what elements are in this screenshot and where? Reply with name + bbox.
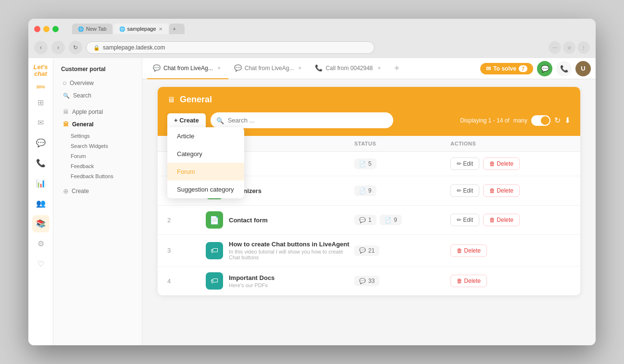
sidebar-item-search[interactable]: 🔍 Search	[59, 90, 136, 101]
sidebar-item-search-widgets[interactable]: Search Widgets	[67, 141, 136, 151]
back-button[interactable]: ‹	[34, 41, 48, 54]
to-solve-button[interactable]: ✉ To solve 7	[480, 63, 533, 74]
status-badge-0: 📄 5	[354, 158, 376, 169]
sidebar-item-overview[interactable]: Overview	[59, 77, 136, 89]
top-tabs-right: ✉ To solve 7 💬 📞 U	[480, 61, 591, 76]
sidebar-icon-chart[interactable]: 📊	[32, 175, 50, 192]
tab-close-icon[interactable]: ✕	[159, 26, 162, 32]
sidebar-icon-settings[interactable]: ⚙	[32, 235, 50, 253]
extensions-icon[interactable]: ⋯	[549, 41, 561, 54]
item-title-3: How to create Chat buttons in LiveAgent	[229, 241, 354, 248]
status-count-1: 9	[368, 187, 372, 194]
col-status: Status	[354, 141, 450, 146]
browser-tab-1[interactable]: 🌐 New Tab	[72, 24, 112, 34]
action-buttons-2: ✏ Edit 🗑 Delete	[450, 214, 571, 226]
add-tab-button[interactable]: +	[390, 62, 404, 75]
doc-icon-1: 📄	[359, 188, 366, 194]
search-input[interactable]	[211, 112, 393, 128]
action-buttons-0: ✏ Edit 🗑 Delete	[450, 158, 571, 170]
chat-icon: 💬	[153, 64, 161, 72]
sidebar-icon-dashboard[interactable]: ⊞	[32, 94, 50, 111]
delete-button-1[interactable]: 🗑 Delete	[483, 184, 520, 197]
delete-button-0[interactable]: 🗑 Delete	[483, 158, 520, 170]
item-title-4: Important Docs	[229, 274, 275, 281]
traffic-lights	[34, 26, 59, 32]
item-text-2: Contact form	[229, 217, 268, 224]
status-count-0: 5	[368, 160, 372, 167]
sidebar-item-apple-portal[interactable]: 🏛 Apple portal	[59, 106, 136, 118]
building-icon-2: 🏛	[63, 121, 69, 128]
display-toggle[interactable]	[531, 115, 550, 126]
refresh-icon[interactable]: ↻	[554, 116, 561, 125]
minimize-button[interactable]	[43, 26, 50, 32]
tab-close-1[interactable]: ✕	[216, 65, 223, 72]
sidebar-icon-mail[interactable]: ✉	[32, 114, 50, 132]
green-chat-button[interactable]: 💬	[537, 61, 552, 76]
sidebar-item-settings[interactable]: Settings	[67, 131, 136, 141]
section-wrapper: 🖥 General + Create Article	[158, 87, 580, 295]
progress-indicator: 30%	[36, 85, 45, 89]
app-tab-chat-2[interactable]: 💬 Chat from LiveAg... ✕	[228, 58, 310, 79]
delete-button-2[interactable]: 🗑 Delete	[483, 214, 520, 226]
menu-icon[interactable]: ⋮	[577, 41, 590, 54]
edit-button-0[interactable]: ✏ Edit	[450, 158, 479, 170]
sidebar-icon-chat[interactable]: 💬	[32, 134, 50, 152]
table-row: 3 🏷 How to create Chat buttons in LiveAg…	[158, 235, 580, 267]
icon-sidebar: Let's chat 30% ⊞ ✉ 💬 📞 📊 👥 📚 ⚙ ♡	[28, 58, 53, 345]
item-icon-4: 🏷	[206, 272, 223, 290]
tab-label-3: Call from 0042948	[325, 65, 373, 72]
sidebar-overview-label: Overview	[70, 80, 94, 86]
dropdown-item-forum[interactable]: Forum	[167, 163, 244, 181]
tab-label-2: Chat from LiveAg...	[245, 65, 294, 72]
sidebar-icon-people[interactable]: 👥	[32, 195, 50, 212]
tab-close-2[interactable]: ✕	[297, 65, 303, 72]
status-count-2: 9	[394, 217, 397, 223]
close-button[interactable]	[34, 26, 40, 32]
status-count-4: 33	[368, 278, 374, 284]
sidebar-create-button[interactable]: ⊕ Create	[59, 185, 136, 197]
dropdown-item-article[interactable]: Article	[167, 127, 244, 145]
app-tab-chat-1[interactable]: 💬 Chat from LiveAg... ✕	[147, 58, 228, 79]
edit-button-1[interactable]: ✏ Edit	[450, 184, 479, 197]
forward-button[interactable]: ›	[51, 41, 65, 54]
status-0: 📄 5	[354, 158, 450, 169]
bookmark-icon[interactable]: ☆	[563, 41, 575, 54]
main-sidebar: Customer portal Overview 🔍 Search 🏛 Appl…	[53, 58, 142, 345]
sidebar-item-feedback-buttons[interactable]: Feedback Buttons	[67, 171, 136, 181]
status-1: 📄 9	[354, 185, 450, 196]
app-tab-call[interactable]: 📞 Call from 0042948 ✕	[309, 58, 388, 79]
sidebar-icon-phone[interactable]: 📞	[32, 155, 50, 172]
sidebar-item-forum[interactable]: Forum	[67, 151, 136, 161]
filter-icon[interactable]: ⬇	[564, 116, 571, 125]
create-button[interactable]: + Create	[167, 113, 206, 127]
maximize-button[interactable]	[52, 26, 59, 32]
dropdown-item-category[interactable]: Category	[167, 145, 244, 163]
delete-button-4[interactable]: 🗑 Delete	[450, 275, 487, 287]
chat-icon-2: 💬	[234, 64, 242, 72]
delete-button-3[interactable]: 🗑 Delete	[450, 244, 487, 257]
status-badge-1: 📄 9	[354, 185, 376, 196]
browser-tab-new[interactable]: +	[169, 24, 185, 34]
edit-button-2[interactable]: ✏ Edit	[450, 214, 479, 226]
address-bar[interactable]: 🔒 samplepage.ladesk.com	[86, 41, 374, 54]
sidebar-item-feedback[interactable]: Feedback	[67, 161, 136, 171]
tab-close-3[interactable]: ✕	[376, 65, 383, 72]
status-4: 💬 33	[354, 276, 450, 286]
reload-button[interactable]: ↻	[69, 41, 82, 54]
tab-label-1: Chat from LiveAg...	[163, 65, 213, 72]
phone-button[interactable]: 📞	[556, 61, 572, 76]
address-text: samplepage.ladesk.com	[103, 44, 165, 51]
search-wrap: 🔍	[211, 112, 393, 128]
actions-2: ✏ Edit 🗑 Delete	[450, 214, 571, 226]
apple-portal-label: Apple portal	[72, 109, 103, 115]
create-dropdown-menu: Article Category Forum Suggestion catego…	[167, 127, 244, 198]
to-solve-label: To solve	[493, 65, 516, 72]
sidebar-section-title: Customer portal	[59, 66, 136, 73]
user-avatar[interactable]: U	[575, 61, 591, 76]
sidebar-icon-book[interactable]: 📚	[32, 215, 50, 232]
dropdown-item-suggestion[interactable]: Suggestion category	[167, 181, 244, 198]
browser-tab-2[interactable]: 🌐 samplepage ✕	[113, 24, 168, 34]
sidebar-item-general[interactable]: 🏛 General	[59, 119, 136, 130]
item-icon-3: 🏷	[206, 242, 223, 259]
sidebar-icon-heart[interactable]: ♡	[32, 255, 50, 273]
